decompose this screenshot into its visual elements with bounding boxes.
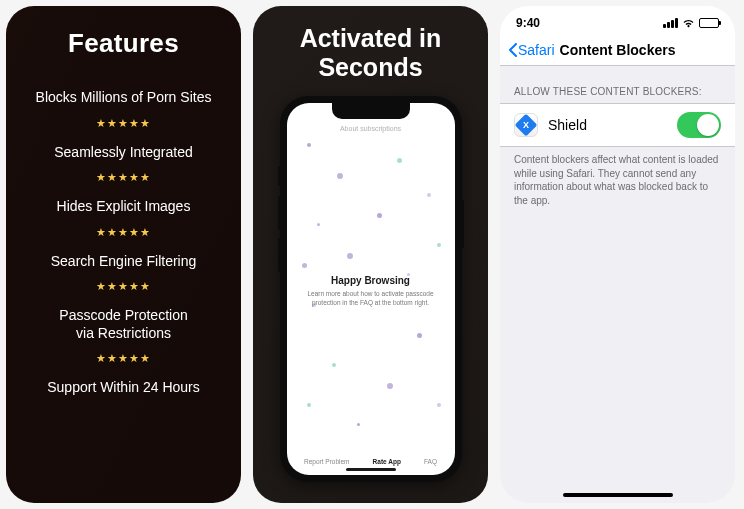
feature-item: Seamlessly Integrated [54, 144, 193, 162]
feature-item: Blocks Millions of Porn Sites [36, 89, 212, 107]
iphone-mockup: About subscriptions Happy Browsing Learn… [280, 96, 462, 482]
app-screen: About subscriptions Happy Browsing Learn… [287, 103, 455, 475]
tab-rate-app[interactable]: Rate App [373, 458, 401, 465]
app-tab-bar: Report Problem Rate App FAQ [287, 452, 455, 475]
features-list: Blocks Millions of Porn Sites ★★★★★ Seam… [36, 89, 212, 397]
tab-report-problem[interactable]: Report Problem [304, 458, 350, 465]
chevron-left-icon [508, 43, 517, 57]
page-title: Content Blockers [560, 42, 676, 58]
back-label: Safari [518, 42, 555, 58]
back-button[interactable]: Safari [508, 42, 555, 58]
shield-app-icon: X [514, 113, 538, 137]
settings-panel: 9:40 Safari Content Blockers ALLOW THESE… [500, 6, 735, 503]
feature-item: Hides Explicit Images [57, 198, 191, 216]
notch [332, 103, 410, 119]
settings-body: ALLOW THESE CONTENT BLOCKERS: X Shield C… [500, 66, 735, 503]
content-blocker-row[interactable]: X Shield [500, 103, 735, 147]
features-title: Features [68, 28, 179, 59]
status-time: 9:40 [516, 16, 540, 30]
status-bar: 9:40 [500, 6, 735, 34]
section-footer: Content blockers affect what content is … [500, 147, 735, 213]
navigation-bar: Safari Content Blockers [500, 34, 735, 66]
activated-panel: Activated in Seconds [253, 6, 488, 503]
star-rating-icon: ★★★★★ [96, 280, 151, 293]
section-header: ALLOW THESE CONTENT BLOCKERS: [500, 66, 735, 103]
happy-browsing-title: Happy Browsing [331, 275, 410, 286]
star-rating-icon: ★★★★★ [96, 226, 151, 239]
features-panel: Features Blocks Millions of Porn Sites ★… [6, 6, 241, 503]
activated-title: Activated in Seconds [300, 24, 442, 82]
home-indicator[interactable] [563, 493, 673, 497]
row-label: Shield [548, 117, 677, 133]
star-rating-icon: ★★★★★ [96, 117, 151, 130]
shield-toggle[interactable] [677, 112, 721, 138]
wifi-icon [682, 18, 695, 28]
cellular-signal-icon [663, 18, 678, 28]
feature-item: Search Engine Filtering [51, 253, 197, 271]
star-rating-icon: ★★★★★ [96, 352, 151, 365]
happy-browsing-subtitle: Learn more about how to activate passcod… [306, 290, 436, 308]
battery-icon [699, 18, 719, 28]
tab-faq[interactable]: FAQ [424, 458, 437, 465]
feature-item: Passcode Protection via Restrictions [59, 307, 187, 342]
star-rating-icon: ★★★★★ [96, 171, 151, 184]
feature-item: Support Within 24 Hours [47, 379, 200, 397]
